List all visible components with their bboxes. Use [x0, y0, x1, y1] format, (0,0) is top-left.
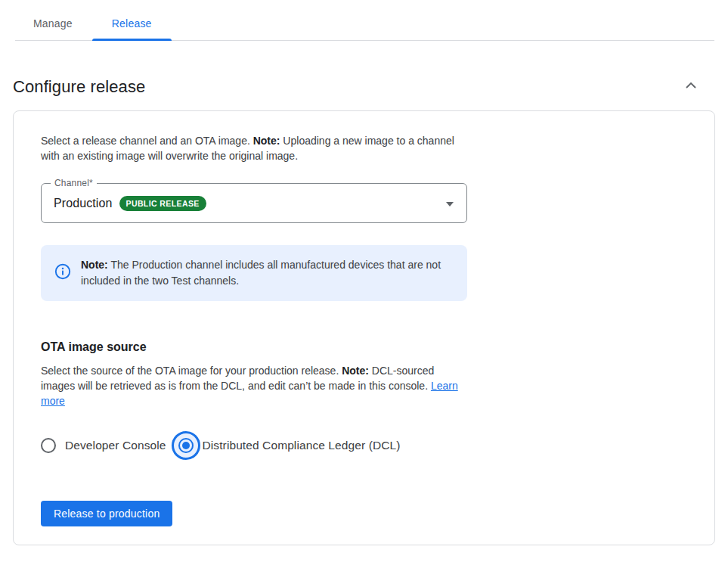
ota-description: Select the source of the OTA image for y…: [41, 363, 470, 408]
page-title: Configure release: [13, 77, 145, 97]
radio-developer-console-label[interactable]: Developer Console: [65, 439, 166, 452]
channel-select[interactable]: Channel* Production PUBLIC RELEASE: [41, 183, 467, 223]
tab-release[interactable]: Release: [92, 17, 172, 40]
radio-dcl[interactable]: [172, 431, 200, 460]
note-banner-text: Note: The Production channel includes al…: [81, 257, 449, 289]
radio-dot: [182, 442, 190, 449]
note-banner-body: The Production channel includes all manu…: [81, 259, 441, 287]
intro-text-note: Note:: [253, 135, 280, 147]
ota-source-radio-group: Developer Console Distributed Compliance…: [41, 431, 687, 460]
tab-bar: Manage Release: [0, 0, 728, 40]
info-icon: [54, 263, 71, 283]
public-release-badge: PUBLIC RELEASE: [119, 196, 206, 211]
channel-select-label: Channel*: [51, 178, 97, 188]
page-header: Configure release: [13, 77, 701, 97]
collapse-section-button[interactable]: [681, 77, 701, 97]
ota-image-source-title: OTA image source: [41, 340, 687, 354]
ota-description-pre: Select the source of the OTA image for y…: [41, 365, 342, 377]
intro-text: Select a release channel and an OTA imag…: [41, 133, 466, 163]
radio-dcl-label[interactable]: Distributed Compliance Ledger (DCL): [203, 439, 401, 452]
radio-developer-console[interactable]: [41, 438, 56, 453]
channel-select-value: Production: [54, 197, 113, 210]
chevron-up-icon: [682, 76, 700, 98]
radio-selected-icon: [178, 438, 194, 453]
note-banner: Note: The Production channel includes al…: [41, 245, 467, 301]
intro-text-pre: Select a release channel and an OTA imag…: [41, 135, 253, 147]
configure-release-card: Select a release channel and an OTA imag…: [13, 110, 715, 545]
tab-manage[interactable]: Manage: [14, 17, 92, 40]
arrow-drop-down-icon: [446, 202, 454, 206]
release-to-production-button[interactable]: Release to production: [41, 501, 172, 526]
ota-description-note: Note:: [342, 365, 369, 377]
note-banner-bold: Note:: [81, 259, 108, 271]
